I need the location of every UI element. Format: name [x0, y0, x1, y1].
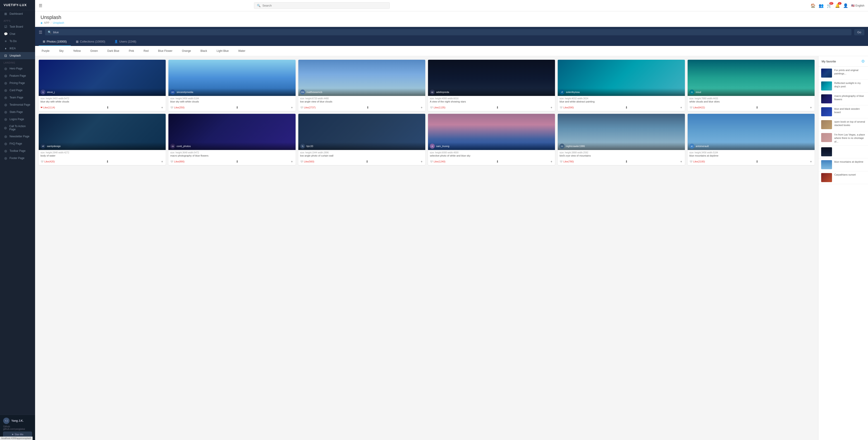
- like-button[interactable]: 🤍 Like(1240): [430, 160, 445, 163]
- photo-thumbnail[interactable]: ap adelinpreda: [428, 60, 555, 96]
- filter-darkblue[interactable]: Dark Blue: [104, 48, 122, 54]
- photo-thumbnail[interactable]: mw matthewwmcb: [298, 60, 425, 96]
- filter-purple[interactable]: Purple: [39, 48, 53, 54]
- go-button[interactable]: Go: [854, 29, 864, 35]
- fav-item[interactable]: For prints and original paintings...: [818, 67, 868, 80]
- add-button[interactable]: +: [679, 159, 683, 164]
- cart-icon[interactable]: 🛒 37: [827, 3, 832, 8]
- photo-thumbnail[interactable]: hj hjrc33: [298, 114, 425, 150]
- filter-lightblue[interactable]: Light Blue: [214, 48, 231, 54]
- filter-red[interactable]: Red: [141, 48, 151, 54]
- like-button[interactable]: 🤍 Like(890): [170, 160, 184, 163]
- download-button[interactable]: ⬇: [495, 159, 500, 164]
- download-button[interactable]: ⬇: [495, 105, 500, 110]
- sidebar-item-card[interactable]: ◎ Card Page: [0, 87, 35, 94]
- add-button[interactable]: +: [679, 105, 683, 110]
- like-button[interactable]: 🤍 Like(780): [559, 160, 574, 163]
- fav-item[interactable]: blue mountains at daytime: [818, 158, 868, 171]
- tab-collections[interactable]: ▦ Collections (10000): [72, 37, 109, 46]
- fav-item[interactable]: macro photography of blue flowers: [818, 93, 868, 105]
- filter-water[interactable]: Water: [235, 48, 248, 54]
- download-button[interactable]: ⬇: [105, 105, 110, 110]
- sidebar-item-ikea[interactable]: ♦ IKEA: [0, 45, 35, 52]
- hamburger-icon[interactable]: ☰: [39, 3, 42, 8]
- sidebar-item-chat[interactable]: 💬 Chat: [0, 30, 35, 37]
- add-button[interactable]: +: [160, 105, 164, 110]
- download-button[interactable]: ⬇: [755, 159, 760, 164]
- sidebar-item-faq[interactable]: ◎ FAQ Page: [0, 140, 35, 147]
- add-button[interactable]: +: [160, 159, 164, 164]
- filter-green[interactable]: Green: [87, 48, 101, 54]
- fav-item[interactable]: blue and black wooden board: [818, 105, 868, 118]
- sidebar-item-unsplash[interactable]: ⊡ Unsplash: [0, 52, 35, 59]
- fav-item[interactable]: [818, 146, 868, 158]
- like-button[interactable]: 🤍 Like(560): [300, 160, 314, 163]
- like-button[interactable]: 🤍 Like(420): [40, 160, 55, 163]
- like-button[interactable]: 🤍 Like(590): [559, 106, 574, 109]
- photo-thumbnail[interactable]: nc nightcrawler1986: [558, 114, 685, 150]
- search-input[interactable]: [262, 4, 387, 7]
- tab-users[interactable]: 👤 Users (2248): [110, 37, 140, 46]
- add-button[interactable]: +: [550, 105, 553, 110]
- unsplash-menu-icon[interactable]: ☰: [39, 30, 42, 35]
- photo-thumbnail[interactable]: sm sincerelymedia: [168, 60, 296, 96]
- fav-item[interactable]: Reflected sunlight in my dog's pool.: [818, 80, 868, 93]
- add-button[interactable]: +: [809, 159, 813, 164]
- filter-orange[interactable]: Orange: [179, 48, 194, 54]
- filter-blueflower[interactable]: Blue Flower: [155, 48, 175, 54]
- sidebar-item-newsletter[interactable]: ◎ Newsletter Page: [0, 133, 35, 140]
- sidebar-item-footer[interactable]: ◎ Footer Page: [0, 155, 35, 162]
- sidebar-item-pricing[interactable]: ◎ Pricing Page: [0, 80, 35, 87]
- sidebar-item-stats[interactable]: ◎ Stats Page: [0, 108, 35, 116]
- sidebar-item-team[interactable]: ◎ Team Page: [0, 94, 35, 101]
- sidebar-item-hero[interactable]: ◎ Hero Page: [0, 65, 35, 72]
- download-button[interactable]: ⬇: [235, 105, 240, 110]
- filter-pink[interactable]: Pink: [126, 48, 137, 54]
- sidebar-item-taskboard[interactable]: ☑ Task Board: [0, 23, 35, 30]
- sidebar-item-todo[interactable]: ≡ To Do: [0, 37, 35, 45]
- fav-item[interactable]: Carpathians sunset: [818, 171, 868, 184]
- like-button[interactable]: 🤍 Like(250): [170, 106, 184, 109]
- photo-thumbnail[interactable]: cp conti_photos: [168, 114, 296, 150]
- add-button[interactable]: +: [420, 159, 424, 164]
- add-button[interactable]: +: [290, 105, 293, 110]
- sidebar-item-feature[interactable]: ◎ Feature Page: [0, 72, 35, 80]
- sidebar-item-cta[interactable]: ◎ Call To Action Page: [0, 123, 35, 133]
- like-button[interactable]: 🤍 Like(2737): [300, 106, 316, 109]
- fav-item[interactable]: I'm from Las Vegas, a place where there …: [818, 131, 868, 146]
- add-button[interactable]: +: [420, 105, 424, 110]
- settings-icon[interactable]: ⚙: [861, 59, 865, 64]
- photo-thumbnail[interactable]: st sam_truong: [428, 114, 555, 150]
- users-icon[interactable]: 👥: [819, 3, 824, 8]
- like-button[interactable]: 🤍 Like(1135): [430, 106, 445, 109]
- user-avatar-icon[interactable]: 👤: [843, 3, 848, 8]
- sidebar-item-testimonial[interactable]: ◎ Testimonial Page: [0, 101, 35, 108]
- download-button[interactable]: ⬇: [105, 159, 110, 164]
- breadcrumb-app[interactable]: APP: [44, 21, 49, 25]
- like-button[interactable]: ❤ Like(1114): [40, 106, 55, 109]
- filter-black[interactable]: Black: [197, 48, 210, 54]
- language-selector[interactable]: 🇺🇸 English: [851, 4, 864, 7]
- photo-thumbnail[interactable]: re resul: [688, 60, 814, 96]
- home-icon[interactable]: 🏠: [810, 3, 815, 8]
- bell-icon[interactable]: 🔔 2: [835, 3, 840, 8]
- like-button[interactable]: 🤍 Like(2100): [689, 160, 705, 163]
- download-button[interactable]: ⬇: [755, 105, 760, 110]
- unsplash-search-input[interactable]: [53, 31, 849, 34]
- filter-yellow[interactable]: Yellow: [70, 48, 84, 54]
- download-button[interactable]: ⬇: [235, 159, 240, 164]
- sidebar-item-logos[interactable]: ◎ Logos Page: [0, 116, 35, 123]
- photo-thumbnail[interactable]: ar antoinerault: [688, 114, 814, 150]
- like-button[interactable]: 🤍 Like(6422): [689, 106, 705, 109]
- add-button[interactable]: +: [290, 159, 293, 164]
- filter-sky[interactable]: Sky: [56, 48, 66, 54]
- sidebar-item-toolbar[interactable]: ◎ Toolbar Page: [0, 147, 35, 155]
- download-button[interactable]: ⬇: [366, 105, 370, 110]
- add-button[interactable]: +: [809, 105, 813, 110]
- fav-item[interactable]: open book on top of several stacked book…: [818, 118, 868, 131]
- photo-thumbnail[interactable]: sf solenfeyissa: [558, 60, 685, 96]
- download-button[interactable]: ⬇: [365, 159, 369, 164]
- photo-thumbnail[interactable]: sd samlydesign: [39, 114, 166, 150]
- sidebar-item-dashboard[interactable]: ⊞ Dashboard: [0, 10, 35, 18]
- download-button[interactable]: ⬇: [624, 105, 629, 110]
